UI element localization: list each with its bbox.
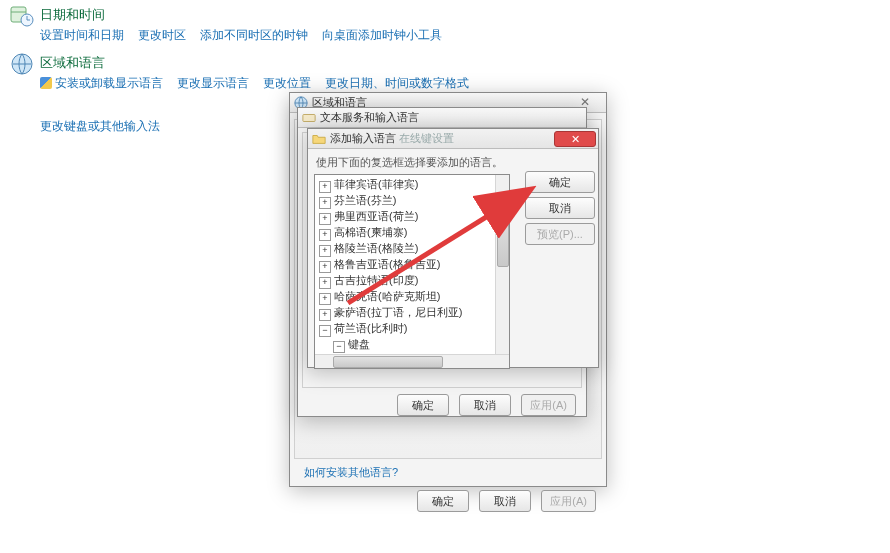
- services-apply-button: 应用(A): [521, 394, 576, 416]
- region-link-1[interactable]: 更改显示语言: [177, 75, 249, 92]
- tree-scrollbar-vertical[interactable]: [495, 175, 509, 355]
- tree-item[interactable]: 芬兰语(芬兰): [319, 193, 507, 209]
- tree-scrollbar-horizontal[interactable]: [315, 354, 510, 368]
- add-ok-button[interactable]: 确定: [525, 171, 595, 193]
- services-window-title: 文本服务和输入语言: [320, 110, 584, 125]
- datetime-link-1[interactable]: 更改时区: [138, 27, 186, 44]
- region-cancel-button[interactable]: 取消: [479, 490, 531, 512]
- services-ok-button[interactable]: 确定: [397, 394, 449, 416]
- clock-calendar-icon: [10, 4, 34, 28]
- datetime-link-0[interactable]: 设置时间和日期: [40, 27, 124, 44]
- languages-tree[interactable]: 菲律宾语(菲律宾)芬兰语(芬兰)弗里西亚语(荷兰)高棉语(柬埔寨)格陵兰语(格陵…: [314, 174, 510, 369]
- add-cancel-button[interactable]: 取消: [525, 197, 595, 219]
- add-close-button[interactable]: ✕: [554, 131, 596, 147]
- tree-item[interactable]: 格陵兰语(格陵兰): [319, 241, 507, 257]
- globe-icon: [10, 52, 34, 76]
- install-other-languages-link[interactable]: 如何安装其他语言?: [304, 465, 398, 480]
- add-preview-button: 预览(P)...: [525, 223, 595, 245]
- datetime-link-3[interactable]: 向桌面添加时钟小工具: [322, 27, 442, 44]
- services-cancel-button[interactable]: 取消: [459, 394, 511, 416]
- keyboard-icon: [302, 111, 316, 125]
- svg-rect-7: [303, 114, 315, 121]
- tree-item[interactable]: 弗里西亚语(荷兰): [319, 209, 507, 225]
- add-instruction-text: 使用下面的复选框选择要添加的语言。: [316, 155, 592, 170]
- tree-item[interactable]: 高棉语(柬埔寨): [319, 225, 507, 241]
- tree-item[interactable]: 菲律宾语(菲律宾): [319, 177, 507, 193]
- region-link-4[interactable]: 更改键盘或其他输入法: [40, 118, 160, 135]
- tree-item[interactable]: 哈萨克语(哈萨克斯坦): [319, 289, 507, 305]
- add-window-title: 添加输入语言 在线键设置: [330, 131, 554, 146]
- tree-item[interactable]: 格鲁吉亚语(格鲁吉亚): [319, 257, 507, 273]
- add-input-language-window: 添加输入语言 在线键设置 ✕ 使用下面的复选框选择要添加的语言。 菲律宾语(菲律…: [307, 128, 599, 368]
- region-link-0[interactable]: 安装或卸载显示语言: [40, 75, 163, 92]
- region-link-3[interactable]: 更改日期、时间或数字格式: [325, 75, 469, 92]
- tree-item[interactable]: 豪萨语(拉丁语，尼日利亚): [319, 305, 507, 321]
- tree-item[interactable]: 古吉拉特语(印度): [319, 273, 507, 289]
- tree-item[interactable]: 荷兰语(比利时): [319, 321, 507, 337]
- region-ok-button[interactable]: 确定: [417, 490, 469, 512]
- tree-item[interactable]: 键盘: [319, 337, 507, 353]
- region-link-2[interactable]: 更改位置: [263, 75, 311, 92]
- datetime-link-2[interactable]: 添加不同时区的时钟: [200, 27, 308, 44]
- datetime-title[interactable]: 日期和时间: [40, 6, 442, 24]
- folder-icon: [312, 132, 326, 146]
- region-title[interactable]: 区域和语言: [40, 54, 617, 72]
- region-apply-button: 应用(A): [541, 490, 596, 512]
